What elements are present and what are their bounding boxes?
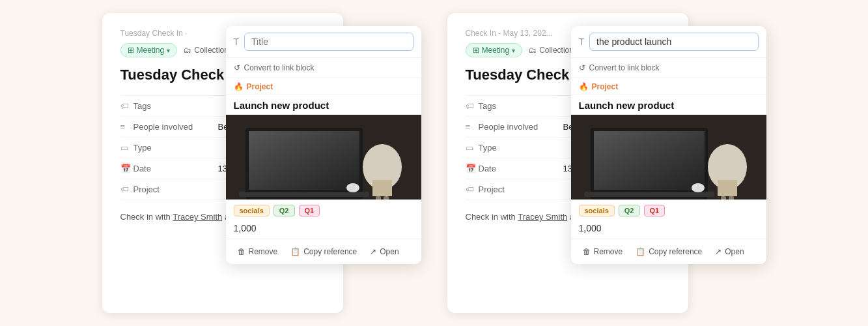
chevron-down-icon-r: ▾	[512, 47, 515, 54]
svg-rect-19	[729, 196, 734, 200]
svg-rect-3	[249, 131, 359, 190]
type-icon: ▭	[120, 143, 133, 153]
right-project-badge: 🔥 Project	[571, 78, 766, 95]
tag-q1-r[interactable]: Q1	[644, 205, 665, 216]
tag-icon-r: 🏷	[466, 101, 479, 111]
svg-rect-7	[376, 196, 381, 200]
left-type-icon: T	[234, 37, 240, 47]
chevron-down-icon: ▾	[167, 47, 170, 54]
convert-icon: ↺	[234, 63, 240, 72]
right-popup: T ↺ Convert to link block 🔥 Project Laun…	[571, 26, 766, 264]
svg-rect-14	[594, 131, 705, 190]
right-convert-row[interactable]: ↺ Convert to link block	[571, 58, 766, 78]
svg-rect-6	[372, 180, 392, 196]
left-popup-input-row: T	[226, 26, 421, 58]
left-popup: T ↺ Convert to link block 🔥 Project Laun…	[226, 26, 421, 264]
meeting-icon-r: ⊞	[473, 46, 479, 55]
svg-rect-18	[721, 196, 726, 200]
calendar-icon: 📅	[120, 164, 133, 173]
tag-icon: 🏷	[120, 101, 133, 111]
left-meeting-badge[interactable]: ⊞ Meeting ▾	[120, 43, 178, 57]
right-meeting-badge[interactable]: ⊞ Meeting ▾	[466, 43, 523, 57]
right-popup-input-row: T	[571, 26, 766, 58]
svg-rect-17	[718, 180, 737, 196]
right-collections-badge[interactable]: 🗂 Collections	[529, 46, 578, 55]
left-collections-badge[interactable]: 🗂 Collections	[184, 46, 232, 55]
open-icon-r: ↗	[715, 247, 721, 256]
tag-q2-r[interactable]: Q2	[619, 205, 640, 216]
svg-rect-8	[384, 196, 389, 200]
copy-icon: 📋	[290, 247, 300, 256]
right-remove-button[interactable]: 🗑 Remove	[576, 243, 630, 260]
collections-icon-r: 🗂	[529, 46, 537, 55]
right-tags-row: socials Q2 Q1	[571, 200, 766, 219]
type-icon-r: ▭	[466, 143, 479, 153]
left-panel-wrapper: Tuesday Check In · ⊞ Meeting ▾ 🗂 Collect…	[102, 13, 421, 313]
remove-icon-r: 🗑	[583, 247, 591, 256]
project-icon: 🏷	[120, 185, 133, 194]
calendar-icon-r: 📅	[466, 164, 479, 173]
collections-icon: 🗂	[184, 46, 191, 55]
left-remove-button[interactable]: 🗑 Remove	[231, 243, 285, 260]
left-convert-row[interactable]: ↺ Convert to link block	[226, 58, 421, 78]
tracey-smith-link[interactable]: Tracey Smith	[173, 212, 222, 222]
right-copy-button[interactable]: 📋 Copy reference	[629, 243, 708, 260]
people-icon-r: ≡	[466, 122, 479, 132]
left-tags-row: socials Q2 Q1	[226, 200, 421, 219]
left-copy-button[interactable]: 📋 Copy reference	[284, 243, 363, 260]
open-icon: ↗	[370, 247, 376, 256]
right-popup-number: 1,000	[571, 219, 766, 239]
meeting-icon: ⊞	[128, 46, 134, 55]
project-icon-r: 🏷	[466, 185, 479, 194]
left-open-button[interactable]: ↗ Open	[363, 243, 405, 260]
remove-icon: 🗑	[238, 247, 245, 256]
right-title-input[interactable]	[589, 33, 758, 51]
project-flame-icon: 🔥	[234, 82, 244, 91]
svg-rect-15	[584, 192, 714, 197]
left-project-title: Launch new product	[226, 95, 421, 115]
convert-icon-r: ↺	[579, 63, 585, 72]
people-icon: ≡	[120, 122, 133, 132]
tracey-smith-link-r[interactable]: Tracey Smith	[518, 212, 567, 222]
right-laptop-image	[571, 115, 766, 200]
right-open-button[interactable]: ↗ Open	[708, 243, 750, 260]
svg-rect-4	[239, 192, 369, 197]
tag-socials[interactable]: socials	[234, 205, 270, 216]
left-title-input[interactable]	[244, 33, 413, 51]
project-flame-icon-r: 🔥	[579, 82, 589, 91]
right-panel-wrapper: Check In - May 13, 202... ⊞ Meeting ▾ 🗂 …	[447, 13, 766, 313]
left-popup-actions: 🗑 Remove 📋 Copy reference ↗ Open	[226, 239, 421, 264]
tag-socials-r[interactable]: socials	[579, 205, 615, 216]
left-popup-number: 1,000	[226, 219, 421, 239]
tag-q1[interactable]: Q1	[299, 205, 320, 216]
left-laptop-image	[226, 115, 421, 200]
copy-icon-r: 📋	[636, 247, 645, 256]
right-popup-actions: 🗑 Remove 📋 Copy reference ↗ Open	[571, 239, 766, 264]
right-project-title: Launch new product	[571, 95, 766, 115]
right-type-icon: T	[579, 37, 585, 47]
tag-q2[interactable]: Q2	[273, 205, 295, 216]
left-project-badge: 🔥 Project	[226, 78, 421, 95]
